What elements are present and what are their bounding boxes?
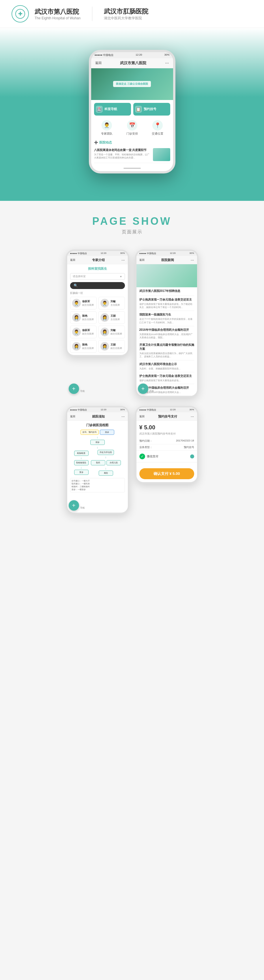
doctor-fab-label: 导航 [80, 390, 85, 393]
phone-banner: 医保定点 三级公立综合医院 [91, 68, 173, 100]
flow-box-prescription: 开处方/开住院 [98, 450, 114, 455]
sp-title-3: 就医须知 [92, 414, 105, 419]
flow-arrow-3: ↓ [80, 457, 82, 460]
news-text-block: 八医院离退休老同志欢聚一堂 共度重阳节 为了营造一个温馨、平和、轻松愉快的活动氛… [94, 148, 150, 161]
doctor-avatar-6: 👩‍⚕️ [101, 328, 109, 336]
doctor-card-3[interactable]: 👩‍⚕️ 陈艳 副主任医师 [70, 311, 97, 324]
doctor-card-5[interactable]: 👨‍⚕️ 徐跃军 副主任医师 [70, 326, 97, 338]
news-list-item-1[interactable]: 武汉市第八医院2017年招聘信息 [139, 287, 194, 296]
page-show-section: PAGE SHOW 页面展示 [0, 201, 264, 244]
doctor-content: 按科室找医生 请选择科室 ▼ 🔍 肛肠病一区 👨‍⚕️ 徐跃军 副主任医师 [67, 264, 128, 355]
payment-hospital: 武汉市第八医院预约挂号待支付 [136, 432, 197, 438]
payment-radio-selected[interactable] [190, 454, 194, 458]
news-fab-btn[interactable]: + [138, 383, 148, 394]
phone-battery: 30% [164, 53, 170, 57]
dept-select[interactable]: 请选择科室 ▼ [70, 273, 125, 280]
sp-back-4[interactable]: 返回 [139, 415, 144, 418]
sp-title-1: 专家介绍 [92, 258, 105, 262]
pay-button[interactable]: 确认支付 ¥ 5.00 [139, 468, 194, 479]
doctor-card-1[interactable]: 👨‍⚕️ 徐跃军 副主任医师 [70, 297, 97, 309]
sp-more-4[interactable]: ··· [191, 414, 194, 419]
news-list-item-5[interactable]: 开展卫生计生重点问题专项整治行动的实施方案 为依法惩治危害健康的违法违规行为，保… [139, 341, 194, 360]
news-list-item-7[interactable]: 护士抱房发现一万余元现金 连夜交还至主 该护士抱房发现了装有大量现金的皮包... [139, 372, 194, 384]
doctor-card-4[interactable]: 👩‍⚕️ 王丽 主任医师 [98, 311, 125, 324]
doctor-name-5: 徐跃军 [82, 328, 94, 332]
news-section-title: ➕ 医院动态 [94, 140, 170, 145]
search-icon: 🔍 [74, 283, 78, 288]
doctor-card-7[interactable]: 👩‍⚕️ 陈艳 副主任医师 [70, 340, 97, 353]
phone-title: 武汉市第八医院 [120, 60, 146, 66]
navigation-icon: 🏥 [96, 106, 103, 113]
nli-title-3: 我院迎来一批德国实习生 [139, 313, 194, 317]
doctor-name-8: 王丽 [110, 343, 123, 347]
doctor-search-bar[interactable]: 🔍 [70, 282, 125, 289]
doctor-name-7: 陈艳 [82, 343, 94, 347]
doctor-dept-1: 副主任医师 [82, 304, 94, 307]
flow-box-visit: 就诊 [90, 440, 105, 445]
service-location-label: 交通位置 [152, 132, 163, 136]
service-experts[interactable]: 👨‍⚕️ 专家团队 [101, 120, 112, 136]
doctor-dept-6: 副主任医师 [110, 332, 123, 336]
doctor-dept-8: 副主任医师 [110, 347, 123, 350]
phone-mockup: ●●●●● 中国电信 12:20 30% 返回 武汉市第八医院 ··· 医保定点… [89, 50, 175, 173]
payment-method-row[interactable]: ✓ 微信支付 [136, 451, 197, 463]
news-item-1[interactable]: 八医院离退休老同志欢聚一堂 共度重阳节 为了营造一个温馨、平和、轻松愉快的活动氛… [94, 146, 170, 163]
payment-date-label: 预约日期： [139, 439, 152, 443]
sp-more-3[interactable]: ··· [122, 414, 125, 419]
district-label: 肛肠病一区 [70, 291, 125, 295]
sp-status-2: ●●●●● 中国电信 12:20 30% [136, 251, 197, 256]
phone-time: 12:20 [136, 53, 142, 57]
flow-chart: 挂号、预约挂号 急诊 ↓ 就诊 ↓ 检验/检查 ↓ 取检验 [70, 430, 125, 510]
flow-arrow-2: ↓ [70, 446, 125, 449]
doctor-info-7: 陈艳 副主任医师 [82, 343, 94, 350]
phone-more-btn[interactable]: ··· [165, 60, 169, 66]
screenshots-grid: ●●●●● 中国电信 12:20 30% 返回 专家介绍 ··· 按科室找医生 … [0, 244, 264, 406]
news-plus-icon: ➕ [94, 141, 98, 144]
phone-back-btn[interactable]: 返回 [95, 61, 102, 65]
flow-arrow-1: ↓ [70, 436, 125, 439]
hospital-main-name: 武汉市第八医院 [35, 8, 80, 16]
news-list-item-2[interactable]: 护士抱房发现一万余元现金 连夜交还至主 该护士抱房发现了装有大量现金的皮包，为了… [139, 296, 194, 311]
service-experts-label: 专家团队 [101, 132, 112, 136]
quick-btn-2[interactable]: 📋 预约挂号 [133, 103, 170, 116]
news-list-item-3[interactable]: 我院迎来一批德国实习生 走过了77个春秋的湖北中医药大学的实验室后，在港口工作了… [139, 311, 194, 326]
news-list-item-6[interactable]: 武汉市第八医院环境信息公示 为及时、全面、准确披露医院环境信息... [139, 361, 194, 372]
news-screen-wrapper: ●●●●● 中国电信 12:20 30% 返回 医院新闻 ··· 武汉市第八医院… [135, 250, 198, 397]
hospital-tertiary-name: 湖北中医药大学教学医院 [104, 16, 148, 21]
service-location[interactable]: 📍 交通位置 [152, 120, 163, 136]
sp-back-2[interactable]: 返回 [139, 258, 144, 262]
sp-more-1[interactable]: ··· [122, 258, 125, 262]
news-list-item-4[interactable]: 2016年中国临床合理用药大会顺利召开 为贯彻落实2016中国临床合理用药大会，… [139, 326, 194, 341]
service-schedule[interactable]: 📅 门诊安排 [126, 120, 138, 136]
nli-desc-6: 为及时、全面、准确披露医院环境信息... [139, 367, 194, 370]
doctor-info-1: 徐跃军 副主任医师 [82, 300, 94, 307]
doctor-name-2: 刘敏 [110, 300, 123, 304]
nli-title-2: 护士抱房发现一万余元现金 连夜交还至主 [139, 298, 194, 302]
flow-box-medicine: 取药 [91, 460, 105, 465]
flow-screen: ●●●●● 中国电信 12:20 30% 返回 就医须知 ··· 门诊就医流程图… [66, 406, 129, 514]
payment-date-value: 2017042323 18 [176, 439, 194, 443]
flow-box-exam: 检验/检查 [74, 451, 89, 456]
quick-btn-1[interactable]: 🏥 科室导航 [94, 103, 131, 116]
nli-desc-3: 走过了77个春秋的湖北中医药大学的实验室后，在港口工作了近一个月的时间，为您..… [139, 318, 194, 324]
sp-back-3[interactable]: 返回 [70, 415, 75, 418]
nli-title-7: 护士抱房发现一万余元现金 连夜交还至主 [139, 374, 194, 378]
doctor-dept-4: 主任医师 [110, 318, 123, 321]
screenshots-grid-2: ●●●●● 中国电信 12:20 30% 返回 就医须知 ··· 门诊就医流程图… [0, 406, 264, 523]
sp-back-1[interactable]: 返回 [70, 258, 75, 262]
doctor-screen-wrapper: ●●●●● 中国电信 12:20 30% 返回 专家介绍 ··· 按科室找医生 … [66, 250, 129, 397]
doctor-fab-btn[interactable]: + [69, 383, 79, 394]
flow-content: 门诊就医流程图 挂号、预约挂号 急诊 ↓ 就诊 ↓ [67, 421, 128, 512]
doctor-card-6[interactable]: 👩‍⚕️ 刘敏 副主任医师 [98, 326, 125, 338]
wechat-icon: ✓ [139, 453, 145, 459]
sp-more-2[interactable]: ··· [191, 258, 194, 262]
service-schedule-label: 门诊安排 [126, 132, 138, 136]
doctor-avatar-2: 👨‍⚕️ [101, 299, 109, 307]
svg-text:✚: ✚ [18, 11, 22, 17]
site-header: ✚ 武汉市第八医院 The Eighth Hospital of Wuhan 武… [0, 0, 264, 28]
doctor-card-8[interactable]: 👩‍⚕️ 王丽 副主任医师 [98, 340, 125, 353]
flow-fab-btn[interactable]: + [69, 500, 79, 511]
doctor-card-2[interactable]: 👨‍⚕️ 刘敏 主任医师 [98, 297, 125, 309]
payment-amount: ¥ 5.00 [136, 421, 197, 432]
quick-btn-2-label: 预约挂号 [144, 107, 156, 111]
